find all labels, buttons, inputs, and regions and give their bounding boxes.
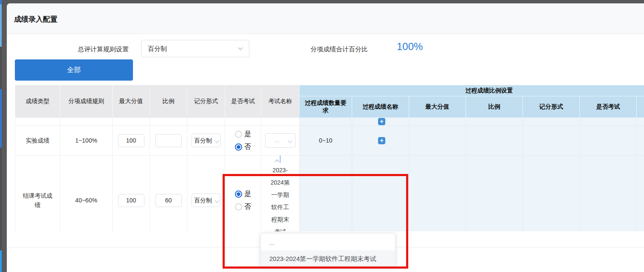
exam-name-dropdown-menu: ... 2023-2024第一学期软件工程期末考试 — [260, 233, 395, 267]
radio-no[interactable]: 否 — [235, 202, 251, 211]
cell-grade-type: 实验成绩 — [15, 126, 60, 156]
left-edge-strip — [0, 148, 2, 250]
table-row-experiment-grade: 实验成绩 1~100% 百分制 是 — [15, 126, 644, 156]
dropdown-option-exam[interactable]: 2023-2024第一学期软件工程期末考试 — [261, 250, 395, 267]
col-header-is-exam: 是否考试 — [225, 85, 261, 118]
left-edge-strip — [0, 89, 2, 148]
overall-rule-value: 百分制 — [141, 40, 249, 57]
radio-circle-icon — [235, 131, 242, 138]
ratio-input[interactable] — [155, 134, 182, 147]
col-header-scoring-form: 记分形式 — [187, 85, 225, 118]
cell-process-count: 0~10 — [299, 126, 352, 156]
scoring-form-select[interactable]: 百分制 — [192, 134, 220, 147]
radio-circle-selected-icon — [235, 191, 242, 198]
col-header-process-max: 最大分值 — [409, 96, 466, 118]
col-header-process-name: 过程成绩名称 — [352, 96, 409, 118]
col-header-sub-rule: 分项成绩规则 — [60, 85, 113, 118]
radio-yes[interactable]: 是 — [235, 190, 251, 199]
max-score-input[interactable] — [118, 134, 144, 147]
col-header-max-score: 最大分值 — [113, 85, 150, 118]
panel-header — [7, 3, 644, 34]
page-title: 成绩录入配置 — [14, 14, 57, 24]
overall-rule-label: 总评计算规则设置 — [78, 45, 129, 53]
table-row-final-exam-grade: 结课考试成绩 40~60% 百分制 是 — [15, 156, 644, 232]
all-button[interactable]: 全部 — [15, 59, 133, 81]
left-edge-strip — [0, 0, 2, 4]
col-header-process-is-exam: 是否考试 — [580, 96, 637, 118]
add-process-grade-button[interactable]: + — [378, 118, 385, 125]
exam-name-select[interactable]: ... — [265, 133, 296, 148]
overall-rule-select[interactable]: 百分制 — [141, 40, 249, 57]
is-exam-radio-group: 是 否 — [235, 190, 251, 211]
radio-circle-icon — [235, 203, 242, 210]
group-header-process-ratio: 过程成绩比例设置 — [299, 85, 644, 96]
col-header-process-count: 过程成绩数量要求 — [299, 96, 352, 118]
cell-sub-rule: 40~60% — [60, 156, 113, 232]
col-header-exam-name: 考试名称 — [261, 85, 299, 118]
cell-sub-rule: 1~100% — [60, 126, 113, 156]
radio-no[interactable]: 否 — [235, 143, 251, 151]
left-edge-strip — [0, 47, 2, 89]
add-process-grade-button[interactable]: + — [378, 137, 385, 144]
radio-circle-selected-icon — [235, 143, 242, 151]
col-header-process-ratio: 比例 — [466, 96, 523, 118]
ratio-input[interactable] — [155, 194, 182, 207]
grade-config-table: 成绩类型 分项成绩规则 最大分值 比例 记分形式 是否考试 考试名称 过程成绩比… — [15, 85, 644, 231]
col-header-ratio: 比例 — [150, 85, 187, 118]
exam-name-value: 2023- 2024第 一学期 软件工 程期末 考试 — [261, 163, 299, 231]
sum-percentage-label: 分项成绩合计百分比 — [311, 45, 368, 53]
cell-grade-type: 结课考试成绩 — [15, 156, 60, 232]
exam-name-select-open[interactable]: 2023- 2024第 一学期 软件工 程期末 考试 — [261, 155, 299, 231]
scoring-form-select[interactable]: 百分制 — [192, 193, 220, 207]
radio-yes[interactable]: 是 — [235, 130, 251, 139]
is-exam-radio-group: 是 否 — [235, 130, 251, 151]
table-row-spacer: + — [15, 118, 644, 126]
left-edge-strip — [0, 4, 2, 47]
screen: 成绩录入配置 总评计算规则设置 百分制 分项成绩合计百分比 100% 全部 成绩… — [0, 0, 644, 272]
max-score-input[interactable] — [118, 194, 144, 207]
left-edge-strip — [0, 250, 2, 272]
dropdown-option-empty[interactable]: ... — [261, 233, 395, 250]
col-header-extra — [637, 96, 644, 118]
sum-percentage-value: 100% — [397, 41, 423, 53]
col-header-process-form: 记分形式 — [523, 96, 580, 118]
col-header-grade-type: 成绩类型 — [15, 85, 60, 118]
